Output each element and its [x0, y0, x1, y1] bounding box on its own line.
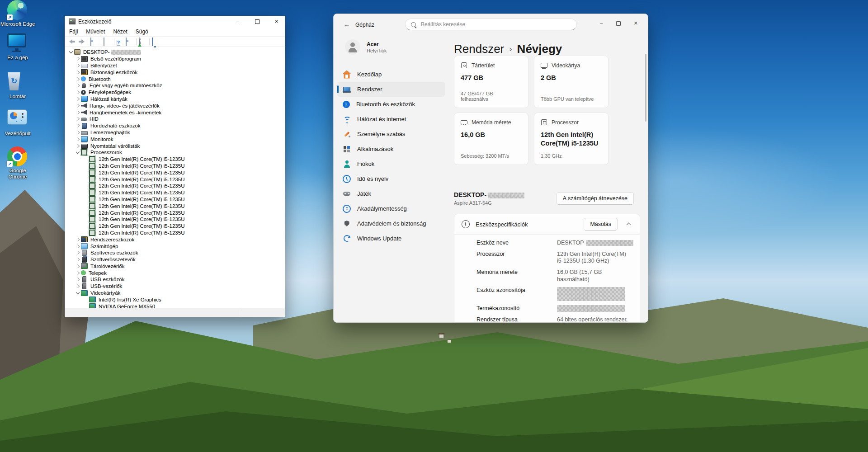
menu-item[interactable]: Nézet — [109, 28, 131, 35]
action-pane-icon[interactable] — [126, 38, 127, 46]
tree-expander-icon[interactable] — [75, 84, 81, 87]
tree-expander-icon[interactable] — [75, 104, 81, 107]
tree-expander-icon[interactable] — [75, 118, 81, 120]
device-specifications-header[interactable]: Eszközspecifikációk Másolás — [454, 214, 640, 234]
sidebar-item[interactable]: Alkalmazások — [337, 141, 445, 156]
menu-item[interactable]: Fájl — [65, 28, 82, 35]
tree-expander-icon[interactable] — [75, 91, 81, 94]
tree-item[interactable]: Lemezmeghajtók — [65, 129, 285, 136]
desktop-icon[interactable]: Vezérlőpult — [0, 109, 35, 137]
tree-expander-icon[interactable] — [75, 64, 81, 67]
tree-item[interactable]: Nyomtatási várólisták — [65, 142, 285, 149]
tree-item[interactable]: USB-vezérlők — [65, 283, 285, 290]
tree-item[interactable]: Szoftveres eszközök — [65, 250, 285, 256]
tree-expander-icon[interactable] — [75, 152, 81, 153]
tree-item[interactable]: Processzorok — [65, 149, 285, 156]
tree-item[interactable]: Fényképezőgépek — [65, 89, 285, 96]
rename-pc-button[interactable]: A számítógép átnevezése — [557, 192, 634, 205]
tree-expander-icon[interactable] — [75, 124, 81, 127]
tree-expander-icon[interactable] — [75, 138, 81, 141]
back-arrow-icon[interactable] — [341, 19, 353, 30]
sidebar-item[interactable]: Fiókok — [337, 156, 445, 171]
tree-expander-icon[interactable] — [75, 57, 81, 60]
tree-item[interactable]: USB-eszközök — [65, 276, 285, 283]
tree-item[interactable]: 12th Gen Intel(R) Core(TM) i5-1235U — [65, 169, 285, 176]
desktop-icon[interactable]: Microsoft Edge — [0, 0, 35, 28]
tree-expander-icon[interactable] — [75, 98, 81, 100]
tree-expander-icon[interactable] — [75, 292, 81, 294]
update-driver-icon[interactable] — [139, 37, 141, 47]
tree-item[interactable]: DESKTOP- — [65, 49, 285, 56]
tree-item[interactable]: 12th Gen Intel(R) Core(TM) i5-1235U — [65, 163, 285, 170]
tree-item[interactable]: 12th Gen Intel(R) Core(TM) i5-1235U — [65, 216, 285, 223]
sidebar-item[interactable]: Idő és nyelv — [337, 171, 445, 186]
tree-expander-icon[interactable] — [68, 52, 74, 53]
tree-item[interactable]: Bluetooth — [65, 75, 285, 82]
help-icon[interactable] — [117, 40, 120, 46]
tree-item[interactable]: 12th Gen Intel(R) Core(TM) i5-1235U — [65, 189, 285, 196]
tree-item[interactable]: 12th Gen Intel(R) Core(TM) i5-1235U — [65, 230, 285, 236]
tree-expander-icon[interactable] — [75, 111, 81, 114]
desktop-icon[interactable]: Lomtár — [0, 72, 35, 100]
chevron-up-icon[interactable] — [623, 220, 633, 228]
sidebar-item[interactable]: Hálózat és internet — [337, 112, 445, 127]
desktop-icon[interactable]: Ez a gép — [0, 33, 35, 61]
tree-item[interactable]: 12th Gen Intel(R) Core(TM) i5-1235U — [65, 223, 285, 230]
sidebar-item[interactable]: Játék — [337, 186, 445, 201]
avatar[interactable] — [345, 39, 360, 55]
sidebar-item[interactable]: Adatvédelem és biztonság — [337, 216, 445, 231]
tree-item[interactable]: 12th Gen Intel(R) Core(TM) i5-1235U — [65, 202, 285, 209]
tree-item[interactable]: 12th Gen Intel(R) Core(TM) i5-1235U — [65, 156, 285, 163]
tree-item[interactable]: Hordozható eszközök — [65, 122, 285, 129]
tree-item[interactable]: Hálózati kártyák — [65, 96, 285, 103]
tree-item[interactable]: Hangbemenetek és -kimenetek — [65, 109, 285, 116]
scan-hardware-icon[interactable] — [152, 38, 153, 46]
sidebar-item[interactable]: Bluetooth és eszközök — [337, 97, 445, 112]
tree-expander-icon[interactable] — [75, 71, 81, 74]
sidebar-item[interactable]: Rendszer — [337, 82, 445, 97]
tree-item[interactable]: Egér vagy egyéb mutatóeszköz — [65, 82, 285, 89]
close-button[interactable] — [268, 16, 285, 27]
tree-item[interactable]: Intel(R) Iris(R) Xe Graphics — [65, 296, 285, 303]
breadcrumb-parent[interactable]: Rendszer — [454, 42, 504, 56]
sidebar-item[interactable]: Személyre szabás — [337, 127, 445, 141]
tree-expander-icon[interactable] — [75, 245, 81, 248]
menu-item[interactable]: Művelet — [82, 28, 109, 35]
tree-expander-icon[interactable] — [75, 145, 81, 147]
tree-expander-icon[interactable] — [75, 251, 81, 254]
maximize-button[interactable] — [249, 16, 265, 27]
device-manager-titlebar[interactable]: Eszközkezelő — [65, 16, 285, 27]
tree-item[interactable]: Telepek — [65, 269, 285, 276]
tree-item[interactable]: Monitorok — [65, 136, 285, 142]
sidebar-item[interactable]: Kezdőlap — [337, 67, 445, 82]
tree-item[interactable]: 12th Gen Intel(R) Core(TM) i5-1235U — [65, 196, 285, 203]
tree-expander-icon[interactable] — [75, 238, 81, 241]
sidebar-item[interactable]: Windows Update — [337, 231, 445, 246]
console-tree-icon[interactable] — [90, 38, 91, 46]
tree-item[interactable]: 12th Gen Intel(R) Core(TM) i5-1235U — [65, 183, 285, 189]
menu-item[interactable]: Súgó — [132, 28, 152, 35]
tree-item[interactable]: Rendszereszközök — [65, 236, 285, 243]
tree-expander-icon[interactable] — [75, 278, 81, 281]
back-icon[interactable] — [68, 38, 76, 45]
forward-icon[interactable] — [77, 38, 85, 45]
tree-item[interactable]: Számítógép — [65, 243, 285, 250]
tree-expander-icon[interactable] — [75, 272, 81, 274]
tree-item[interactable]: Biztonsági eszközök — [65, 69, 285, 75]
tree-item[interactable]: NVIDIA GeForce MX550 — [65, 303, 285, 308]
tree-item[interactable]: Videokártyák — [65, 290, 285, 297]
tree-expander-icon[interactable] — [75, 131, 81, 134]
tree-item[interactable]: Tárolóvezérlők — [65, 263, 285, 270]
copy-button[interactable]: Másolás — [584, 218, 618, 231]
sidebar-item[interactable]: Akadálymentesség — [337, 201, 445, 216]
tree-expander-icon[interactable] — [75, 265, 81, 268]
tree-item[interactable]: Billentyűzet — [65, 62, 285, 69]
scrollbar[interactable] — [645, 54, 646, 122]
tree-item[interactable]: Belső vezérlőprogram — [65, 56, 285, 62]
tree-item[interactable]: HID — [65, 116, 285, 122]
tree-item[interactable]: Szoftverösszetevők — [65, 256, 285, 263]
tree-item[interactable]: 12th Gen Intel(R) Core(TM) i5-1235U — [65, 176, 285, 183]
minimize-button[interactable] — [229, 16, 246, 27]
tree-item[interactable]: Hang-, video- és játékvezérlők — [65, 102, 285, 109]
properties-icon[interactable] — [104, 38, 104, 46]
